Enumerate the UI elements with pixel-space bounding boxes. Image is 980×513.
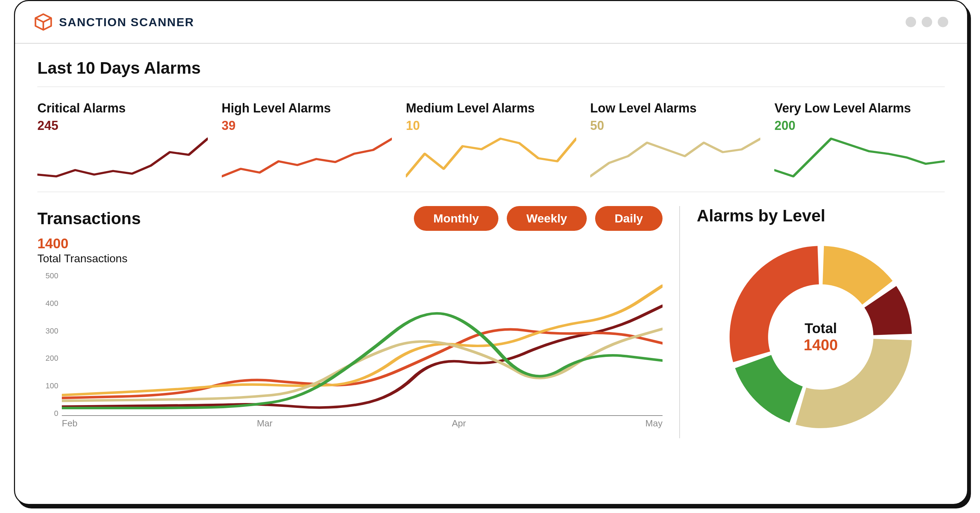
window-dot[interactable] [938, 17, 948, 27]
transactions-total: 1400 Total Transactions [37, 236, 663, 265]
y-tick: 0 [37, 409, 58, 418]
brand: SANCTION SCANNER [34, 13, 194, 32]
alarm-card-label: Critical Alarms [37, 101, 208, 116]
x-axis: FebMarAprMay [62, 418, 663, 429]
y-tick: 200 [37, 354, 58, 363]
y-tick: 300 [37, 327, 58, 335]
alarm-card-value: 50 [590, 118, 760, 133]
donut-chart: Total 1400 [719, 236, 922, 438]
alarm-card-value: 200 [774, 118, 945, 133]
transactions-panel: Transactions Monthly Weekly Daily 1400 T… [37, 206, 663, 438]
logo-icon [34, 13, 53, 32]
alarm-card-medium: Medium Level Alarms 10 [406, 101, 576, 178]
tab-weekly[interactable]: Weekly [507, 206, 587, 231]
section-title-transactions: Transactions [37, 209, 141, 228]
section-title-last-alarms: Last 10 Days Alarms [37, 58, 945, 78]
alarms-by-level-panel: Alarms by Level Total 1400 [679, 206, 945, 438]
app-window: SANCTION SCANNER Last 10 Days Alarms Cri… [14, 0, 968, 505]
sparkline-low-icon [590, 137, 760, 178]
y-tick: 400 [37, 299, 58, 308]
y-tick: 500 [37, 272, 58, 280]
tab-daily[interactable]: Daily [595, 206, 663, 231]
divider [37, 192, 945, 192]
window-dot[interactable] [905, 17, 916, 27]
y-axis: 5004003002001000 [37, 272, 58, 418]
y-tick: 100 [37, 381, 58, 391]
transactions-total-label: Total Transactions [37, 252, 663, 265]
alarm-card-value: 39 [222, 118, 392, 133]
transactions-tab-row: Monthly Weekly Daily [414, 206, 663, 231]
alarm-card-value: 245 [37, 118, 208, 133]
brand-name: SANCTION SCANNER [59, 15, 194, 29]
alarm-card-high: High Level Alarms 39 [222, 101, 392, 178]
window-controls [905, 17, 948, 27]
transactions-total-value: 1400 [37, 236, 663, 251]
x-tick: Feb [62, 418, 78, 429]
sparkline-very-low-icon [774, 137, 945, 178]
x-tick: May [646, 418, 663, 429]
sparkline-critical-icon [37, 137, 208, 178]
alarm-card-very-low: Very Low Level Alarms 200 [774, 101, 945, 178]
alarm-card-label: Low Level Alarms [590, 101, 760, 116]
titlebar: SANCTION SCANNER [15, 1, 967, 44]
window-dot[interactable] [922, 17, 932, 27]
alarm-card-critical: Critical Alarms 245 [37, 101, 208, 178]
alarm-card-label: Medium Level Alarms [406, 101, 576, 116]
alarm-card-label: Very Low Level Alarms [774, 101, 945, 116]
plot-area [62, 272, 663, 416]
transactions-chart: 5004003002001000 FebMarAprMay [37, 272, 663, 429]
divider [37, 87, 945, 87]
donut-center: Total 1400 [803, 321, 838, 354]
alarm-card-low: Low Level Alarms 50 [590, 101, 760, 178]
x-tick: Apr [452, 418, 466, 429]
section-title-alarms-by-level: Alarms by Level [697, 206, 945, 225]
content: Last 10 Days Alarms Critical Alarms 245 … [15, 44, 967, 456]
transactions-lines-icon [62, 272, 663, 415]
tab-monthly[interactable]: Monthly [414, 206, 498, 231]
x-tick: Mar [257, 418, 272, 429]
donut-center-value: 1400 [803, 336, 838, 354]
sparkline-high-icon [222, 137, 392, 178]
alarm-spark-row: Critical Alarms 245 High Level Alarms 39… [37, 101, 945, 178]
alarm-card-value: 10 [406, 118, 576, 133]
donut-center-label: Total [803, 321, 838, 336]
alarm-card-label: High Level Alarms [222, 101, 392, 116]
lower-grid: Transactions Monthly Weekly Daily 1400 T… [37, 206, 945, 438]
sparkline-medium-icon [406, 137, 576, 178]
